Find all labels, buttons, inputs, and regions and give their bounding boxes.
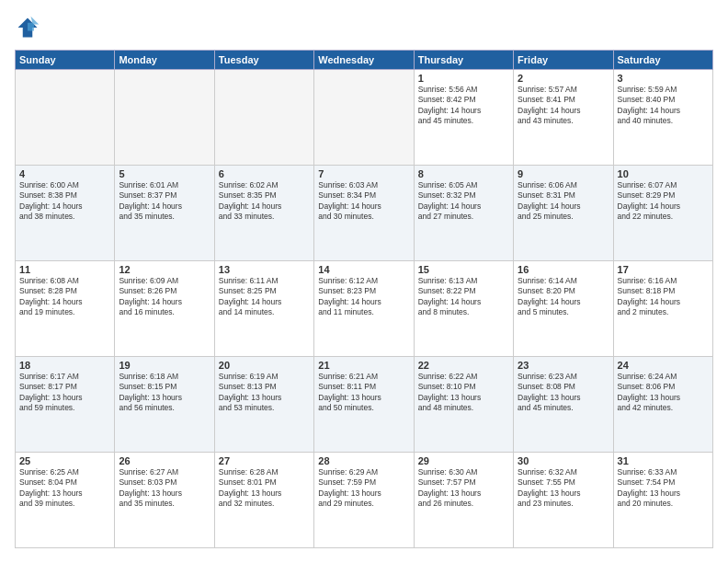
day-header: Sunday	[16, 51, 115, 70]
day-info: Sunrise: 6:16 AM Sunset: 8:18 PM Dayligh…	[618, 276, 709, 318]
day-cell: 22Sunrise: 6:22 AM Sunset: 8:10 PM Dayli…	[414, 357, 513, 453]
day-number: 15	[418, 264, 509, 275]
day-number: 13	[219, 264, 310, 275]
day-info: Sunrise: 6:23 AM Sunset: 8:08 PM Dayligh…	[518, 372, 609, 414]
empty-cell	[115, 70, 214, 166]
logo-icon	[15, 15, 40, 40]
day-cell: 12Sunrise: 6:09 AM Sunset: 8:26 PM Dayli…	[115, 261, 214, 357]
day-cell: 15Sunrise: 6:13 AM Sunset: 8:22 PM Dayli…	[414, 261, 513, 357]
day-info: Sunrise: 6:25 AM Sunset: 8:04 PM Dayligh…	[19, 467, 110, 510]
day-number: 22	[418, 360, 509, 371]
day-info: Sunrise: 6:13 AM Sunset: 8:22 PM Dayligh…	[418, 276, 509, 318]
day-cell: 14Sunrise: 6:12 AM Sunset: 8:23 PM Dayli…	[314, 261, 414, 357]
calendar-week-row: 25Sunrise: 6:25 AM Sunset: 8:04 PM Dayli…	[16, 453, 713, 548]
day-info: Sunrise: 6:29 AM Sunset: 7:59 PM Dayligh…	[318, 467, 409, 510]
day-number: 19	[119, 360, 210, 371]
day-number: 3	[618, 73, 709, 84]
day-info: Sunrise: 6:02 AM Sunset: 8:35 PM Dayligh…	[219, 180, 310, 223]
day-cell: 28Sunrise: 6:29 AM Sunset: 7:59 PM Dayli…	[314, 453, 414, 548]
day-number: 28	[318, 455, 409, 466]
day-cell: 31Sunrise: 6:33 AM Sunset: 7:54 PM Dayli…	[613, 453, 712, 548]
day-header: Wednesday	[314, 51, 414, 70]
day-info: Sunrise: 6:21 AM Sunset: 8:11 PM Dayligh…	[318, 372, 409, 414]
day-number: 24	[618, 360, 709, 371]
day-cell: 24Sunrise: 6:24 AM Sunset: 8:06 PM Dayli…	[613, 357, 712, 453]
day-number: 6	[219, 168, 310, 179]
page: SundayMondayTuesdayWednesdayThursdayFrid…	[0, 0, 728, 563]
day-number: 12	[119, 264, 210, 275]
day-number: 27	[219, 455, 310, 466]
header	[15, 15, 713, 40]
day-cell: 21Sunrise: 6:21 AM Sunset: 8:11 PM Dayli…	[314, 357, 414, 453]
day-header: Monday	[115, 51, 214, 70]
day-info: Sunrise: 6:24 AM Sunset: 8:06 PM Dayligh…	[618, 372, 709, 414]
day-info: Sunrise: 6:06 AM Sunset: 8:31 PM Dayligh…	[518, 180, 609, 223]
day-number: 10	[618, 168, 709, 179]
calendar-header-row: SundayMondayTuesdayWednesdayThursdayFrid…	[16, 51, 713, 70]
day-info: Sunrise: 6:28 AM Sunset: 8:01 PM Dayligh…	[219, 467, 310, 510]
day-info: Sunrise: 6:14 AM Sunset: 8:20 PM Dayligh…	[518, 276, 609, 318]
day-cell: 25Sunrise: 6:25 AM Sunset: 8:04 PM Dayli…	[16, 453, 115, 548]
day-cell: 1Sunrise: 5:56 AM Sunset: 8:42 PM Daylig…	[414, 70, 513, 166]
empty-cell	[214, 70, 313, 166]
day-header: Saturday	[613, 51, 712, 70]
day-header: Thursday	[414, 51, 513, 70]
day-cell: 26Sunrise: 6:27 AM Sunset: 8:03 PM Dayli…	[115, 453, 214, 548]
day-info: Sunrise: 6:17 AM Sunset: 8:17 PM Dayligh…	[19, 372, 110, 414]
day-cell: 3Sunrise: 5:59 AM Sunset: 8:40 PM Daylig…	[613, 70, 712, 166]
day-cell: 8Sunrise: 6:05 AM Sunset: 8:32 PM Daylig…	[414, 166, 513, 261]
day-cell: 19Sunrise: 6:18 AM Sunset: 8:15 PM Dayli…	[115, 357, 214, 453]
day-cell: 2Sunrise: 5:57 AM Sunset: 8:41 PM Daylig…	[514, 70, 613, 166]
day-info: Sunrise: 6:18 AM Sunset: 8:15 PM Dayligh…	[119, 372, 210, 414]
day-number: 5	[119, 168, 210, 179]
day-number: 26	[119, 455, 210, 466]
day-cell: 6Sunrise: 6:02 AM Sunset: 8:35 PM Daylig…	[214, 166, 313, 261]
day-number: 18	[19, 360, 110, 371]
day-number: 14	[318, 264, 409, 275]
day-cell: 23Sunrise: 6:23 AM Sunset: 8:08 PM Dayli…	[514, 357, 613, 453]
day-info: Sunrise: 6:00 AM Sunset: 8:38 PM Dayligh…	[19, 180, 110, 223]
day-number: 9	[518, 168, 609, 179]
day-info: Sunrise: 6:08 AM Sunset: 8:28 PM Dayligh…	[19, 276, 110, 318]
calendar-week-row: 11Sunrise: 6:08 AM Sunset: 8:28 PM Dayli…	[16, 261, 713, 357]
day-header: Tuesday	[214, 51, 313, 70]
svg-marker-1	[28, 17, 39, 31]
calendar-week-row: 1Sunrise: 5:56 AM Sunset: 8:42 PM Daylig…	[16, 70, 713, 166]
day-cell: 27Sunrise: 6:28 AM Sunset: 8:01 PM Dayli…	[214, 453, 313, 548]
day-number: 21	[318, 360, 409, 371]
day-info: Sunrise: 6:22 AM Sunset: 8:10 PM Dayligh…	[418, 372, 509, 414]
day-number: 2	[518, 73, 609, 84]
day-number: 31	[618, 455, 709, 466]
day-cell: 5Sunrise: 6:01 AM Sunset: 8:37 PM Daylig…	[115, 166, 214, 261]
day-number: 11	[19, 264, 110, 275]
empty-cell	[16, 70, 115, 166]
day-info: Sunrise: 6:01 AM Sunset: 8:37 PM Dayligh…	[119, 180, 210, 223]
day-cell: 7Sunrise: 6:03 AM Sunset: 8:34 PM Daylig…	[314, 166, 414, 261]
day-cell: 20Sunrise: 6:19 AM Sunset: 8:13 PM Dayli…	[214, 357, 313, 453]
day-info: Sunrise: 6:11 AM Sunset: 8:25 PM Dayligh…	[219, 276, 310, 318]
day-info: Sunrise: 5:59 AM Sunset: 8:40 PM Dayligh…	[618, 85, 709, 127]
day-info: Sunrise: 6:03 AM Sunset: 8:34 PM Dayligh…	[318, 180, 409, 223]
day-info: Sunrise: 6:07 AM Sunset: 8:29 PM Dayligh…	[618, 180, 709, 223]
day-cell: 10Sunrise: 6:07 AM Sunset: 8:29 PM Dayli…	[613, 166, 712, 261]
empty-cell	[314, 70, 414, 166]
day-cell: 13Sunrise: 6:11 AM Sunset: 8:25 PM Dayli…	[214, 261, 313, 357]
logo	[15, 15, 44, 40]
day-number: 1	[418, 73, 509, 84]
calendar-table: SundayMondayTuesdayWednesdayThursdayFrid…	[15, 50, 713, 548]
day-number: 23	[518, 360, 609, 371]
day-number: 16	[518, 264, 609, 275]
day-cell: 4Sunrise: 6:00 AM Sunset: 8:38 PM Daylig…	[16, 166, 115, 261]
day-info: Sunrise: 5:57 AM Sunset: 8:41 PM Dayligh…	[518, 85, 609, 127]
day-cell: 18Sunrise: 6:17 AM Sunset: 8:17 PM Dayli…	[16, 357, 115, 453]
day-cell: 17Sunrise: 6:16 AM Sunset: 8:18 PM Dayli…	[613, 261, 712, 357]
day-cell: 9Sunrise: 6:06 AM Sunset: 8:31 PM Daylig…	[514, 166, 613, 261]
day-info: Sunrise: 6:30 AM Sunset: 7:57 PM Dayligh…	[418, 467, 509, 510]
day-info: Sunrise: 6:27 AM Sunset: 8:03 PM Dayligh…	[119, 467, 210, 510]
day-number: 30	[518, 455, 609, 466]
day-info: Sunrise: 6:32 AM Sunset: 7:55 PM Dayligh…	[518, 467, 609, 510]
day-number: 29	[418, 455, 509, 466]
day-cell: 29Sunrise: 6:30 AM Sunset: 7:57 PM Dayli…	[414, 453, 513, 548]
day-number: 8	[418, 168, 509, 179]
day-number: 4	[19, 168, 110, 179]
